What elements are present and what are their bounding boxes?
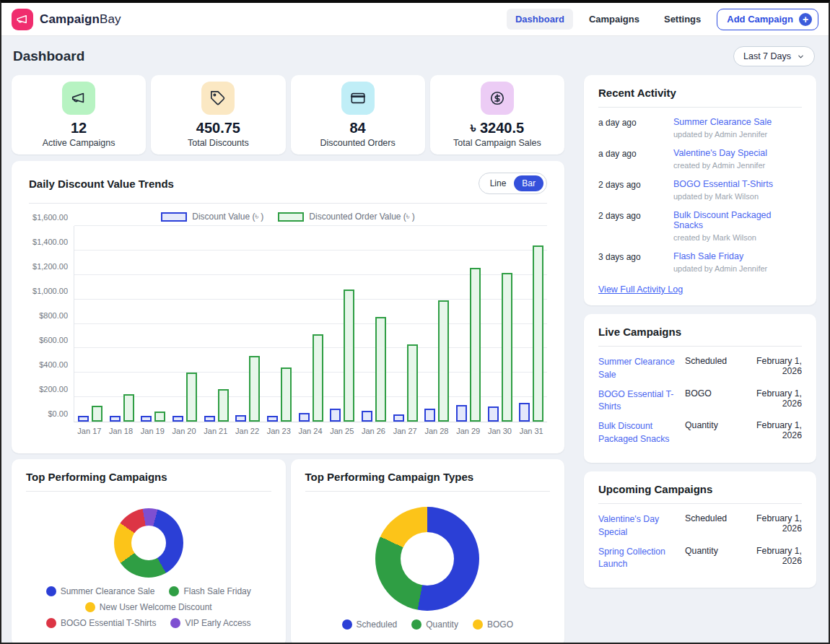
campaign-row: BOGO Essential T-ShirtsBOGOFebruary 1, 2… <box>598 388 802 414</box>
activity-meta: created by Mark Wilson <box>673 233 802 242</box>
legend-label: BOGO Essential T-Shirts <box>61 618 157 628</box>
activity-campaign-link[interactable]: Bulk Discount Packaged Snacks <box>673 210 802 230</box>
bar <box>110 416 121 422</box>
toggle-line-button[interactable]: Line <box>482 175 515 191</box>
divider <box>305 491 551 492</box>
toggle-bar-button[interactable]: Bar <box>514 175 543 191</box>
y-tick-label: $400.00 <box>39 360 68 369</box>
legend-swatch <box>161 212 187 222</box>
bar-group-jan-30 <box>484 226 516 422</box>
campaign-date: February 1, 2026 <box>747 356 802 376</box>
legend-label: Scheduled <box>357 619 398 630</box>
trend-chart-plot: $0.00$200.00$400.00$600.00$800.00$1,000.… <box>29 226 547 422</box>
dollar-circle-icon-badge <box>481 82 514 115</box>
campaign-name-link[interactable]: Summer Clearance Sale <box>598 356 685 382</box>
megaphone-icon-badge <box>62 82 95 115</box>
stat-label: Total Discounts <box>188 138 249 148</box>
legend-swatch <box>278 212 304 222</box>
add-campaign-label: Add Campaign <box>727 14 793 25</box>
nav-item-settings[interactable]: Settings <box>655 9 709 30</box>
stat-label: Discounted Orders <box>320 138 396 148</box>
y-axis-labels: $0.00$200.00$400.00$600.00$800.00$1,000.… <box>29 226 74 422</box>
bar-group-jan-19 <box>137 226 169 422</box>
legend-label: New User Welcome Discount <box>100 602 212 612</box>
legend-label: Discounted Order Value (৳ ) <box>309 212 414 222</box>
bar-group-jan-18 <box>106 226 138 422</box>
y-tick-label: $600.00 <box>39 336 68 344</box>
campaign-name-link[interactable]: BOGO Essential T-Shirts <box>598 388 685 414</box>
upcoming-campaigns-title: Upcoming Campaigns <box>598 483 802 495</box>
legend-dot <box>342 619 352 630</box>
bar <box>519 403 530 422</box>
legend-label: Quantity <box>426 619 458 630</box>
trend-chart-card: Daily Discount Value Trends Line Bar Dis… <box>12 161 564 453</box>
activity-list: a day agoSummer Clearance Saleupdated by… <box>598 117 802 273</box>
legend-item: Scheduled <box>342 619 398 630</box>
plot-area <box>74 226 547 422</box>
x-tick-label: Jan 28 <box>421 427 453 435</box>
y-tick-label: $0.00 <box>48 409 68 418</box>
campaign-date: February 1, 2026 <box>747 513 802 534</box>
divider <box>598 107 802 108</box>
activity-campaign-link[interactable]: Valentine's Day Special <box>673 148 767 158</box>
x-tick-label: Jan 27 <box>389 427 421 435</box>
x-tick-label: Jan 21 <box>200 427 232 435</box>
nav-item-dashboard[interactable]: Dashboard <box>507 9 573 30</box>
top-campaigns-card: Top Performing Campaigns Summer Clearanc… <box>12 459 286 644</box>
campaign-name-link[interactable]: Bulk Discount Packaged Snacks <box>598 420 685 446</box>
campaign-row: Valentine's Day SpecialScheduledFebruary… <box>598 513 802 539</box>
dashboard-content: Dashboard Last 7 Days 12Active Campaigns… <box>1 36 829 643</box>
legend-item: Quantity <box>411 619 458 630</box>
view-full-activity-log-link[interactable]: View Full Activity Log <box>598 284 683 295</box>
bar-group-jan-23 <box>263 226 295 422</box>
x-axis-labels: Jan 17Jan 18Jan 19Jan 20Jan 21Jan 22Jan … <box>74 427 547 435</box>
legend-label: Flash Sale Friday <box>183 586 250 596</box>
activity-campaign-link[interactable]: Summer Clearance Sale <box>673 117 772 127</box>
bar <box>249 356 260 422</box>
live-campaigns-list: Summer Clearance SaleScheduledFebruary 1… <box>598 356 802 446</box>
bar <box>267 416 278 422</box>
add-campaign-button[interactable]: Add Campaign + <box>717 9 818 30</box>
activity-campaign-link[interactable]: Flash Sale Friday <box>673 251 767 261</box>
date-range-select[interactable]: Last 7 Days <box>733 46 815 66</box>
stat-card-total-discounts: 450.75Total Discounts <box>151 75 285 155</box>
page-title: Dashboard <box>13 48 84 64</box>
bar-group-jan-20 <box>169 226 201 422</box>
bar <box>154 412 165 422</box>
bar-group-jan-22 <box>232 226 263 422</box>
y-tick-label: $1,400.00 <box>32 238 68 246</box>
bar <box>344 290 354 422</box>
x-tick-label: Jan 31 <box>515 427 547 435</box>
bar-group-jan-21 <box>201 226 232 422</box>
legend-label: Summer Clearance Sale <box>61 586 155 596</box>
bar <box>78 416 89 422</box>
divider <box>598 346 802 347</box>
activity-campaign-link[interactable]: BOGO Essential T-Shirts <box>673 179 773 189</box>
bar-group-jan-28 <box>421 226 453 422</box>
campaign-date: February 1, 2026 <box>747 388 802 409</box>
bar-group-jan-17 <box>74 226 106 422</box>
x-tick-label: Jan 20 <box>168 427 200 435</box>
bar-group-jan-29 <box>453 226 484 422</box>
bar <box>533 245 543 422</box>
bar <box>281 367 292 422</box>
activity-time: a day ago <box>598 148 673 170</box>
nav-item-campaigns[interactable]: Campaigns <box>580 9 648 30</box>
x-tick-label: Jan 25 <box>326 427 358 435</box>
chart-type-toggle: Line Bar <box>479 173 547 194</box>
campaign-types-legend: ScheduledQuantityBOGO <box>342 619 513 630</box>
legend-dot <box>411 619 421 630</box>
live-campaigns-title: Live Campaigns <box>598 326 802 338</box>
date-range-value: Last 7 Days <box>743 51 791 61</box>
brand: CampaignBay <box>12 9 121 30</box>
activity-time: 2 days ago <box>598 210 673 242</box>
plus-icon: + <box>799 13 812 26</box>
bar <box>407 344 418 422</box>
campaign-name-link[interactable]: Spring Collection Launch <box>598 546 685 572</box>
top-campaigns-donut <box>114 508 183 578</box>
bar <box>362 411 372 422</box>
legend-item: BOGO <box>473 619 513 630</box>
campaign-name-link[interactable]: Valentine's Day Special <box>598 513 685 539</box>
megaphone-icon <box>16 13 29 26</box>
campaign-row: Spring Collection LaunchQuantityFebruary… <box>598 546 802 572</box>
